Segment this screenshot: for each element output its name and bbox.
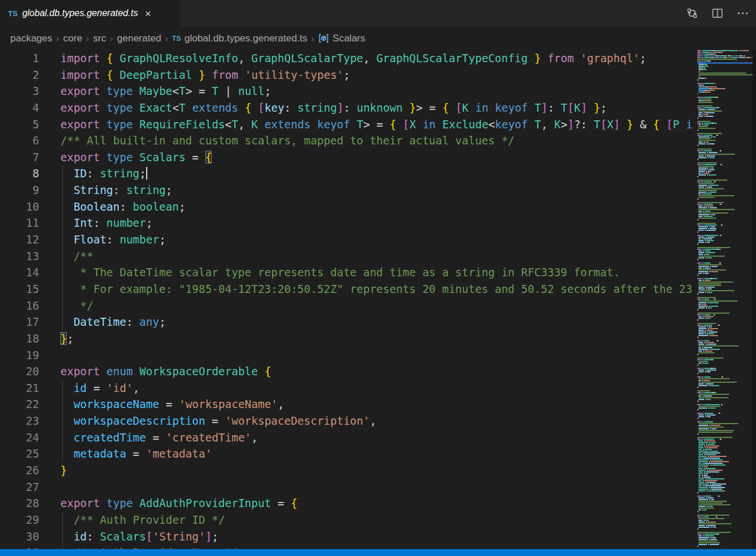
code-text: export type Scalars = { — [60, 149, 212, 166]
line-number: 17 — [0, 314, 39, 330]
code-text: Boolean: boolean; — [60, 199, 185, 215]
chevron-right-icon: › — [110, 33, 113, 43]
minimap[interactable] — [697, 50, 753, 549]
code-line[interactable]: 3export type Maybe<T> = T | null; — [0, 83, 693, 100]
code-line[interactable]: 27 — [0, 479, 693, 496]
code-line[interactable]: 18}; — [0, 330, 693, 347]
typescript-file-icon: TS — [172, 35, 181, 43]
code-text: id = 'id', — [60, 380, 139, 397]
code-text: export type Exact<T extends { [key: stri… — [60, 100, 607, 116]
code-line[interactable]: 28export type AddAuthProviderInput = { — [0, 495, 693, 512]
code-line[interactable]: 8 ID: string; — [0, 165, 693, 182]
code-text: id: Scalars['String']; — [60, 528, 219, 545]
breadcrumb-core[interactable]: core — [63, 33, 82, 44]
line-number: 15 — [0, 281, 39, 298]
code-line[interactable]: 26} — [0, 462, 693, 479]
chevron-right-icon: › — [56, 33, 59, 43]
line-number: 13 — [0, 248, 39, 265]
breadcrumb-src[interactable]: src — [93, 33, 106, 44]
code-text: metadata = 'metadata' — [60, 445, 212, 462]
code-line[interactable]: 25 metadata = 'metadata' — [0, 445, 693, 462]
code-text: workspaceDescription = 'workspaceDescrip… — [60, 413, 376, 429]
code-line[interactable]: 1import { GraphQLResolveInfo, GraphQLSca… — [0, 50, 693, 67]
line-number: 2 — [0, 67, 39, 83]
open-changes-icon[interactable] — [684, 5, 701, 22]
code-text: import { DeepPartial } from 'utility-typ… — [60, 67, 350, 83]
vscode-editor-window: TS global.db.types.generated.ts × — [0, 0, 756, 556]
breadcrumb-packages[interactable]: packages — [10, 33, 52, 44]
line-number: 28 — [0, 495, 39, 512]
code-text: }; — [60, 330, 74, 347]
code-line[interactable]: 22 workspaceName = 'workspaceName', — [0, 396, 693, 413]
line-number: 10 — [0, 199, 39, 215]
code-text: DateTime: any; — [60, 314, 166, 330]
line-number: 5 — [0, 116, 39, 133]
editor-right-gap — [693, 50, 697, 549]
line-number: 19 — [0, 347, 39, 364]
code-text: createdTime = 'createdTime', — [60, 429, 258, 446]
code-text: * The DateTime scalar type represents da… — [60, 264, 620, 281]
code-text: /** All built-in and custom scalars, map… — [60, 132, 514, 149]
line-number: 24 — [0, 429, 39, 446]
code-line[interactable]: 10 Boolean: boolean; — [0, 199, 693, 215]
tab-global-db-types[interactable]: TS global.db.types.generated.ts × — [0, 0, 180, 26]
line-number: 6 — [0, 132, 39, 149]
typescript-file-icon: TS — [8, 9, 18, 18]
code-line[interactable]: 6/** All built-in and custom scalars, ma… — [0, 132, 693, 149]
code-text: export type Maybe<T> = T | null; — [60, 83, 271, 100]
line-number: 7 — [0, 149, 39, 166]
editor-actions — [684, 0, 751, 26]
code-text: Int: number; — [60, 215, 152, 231]
split-editor-icon[interactable] — [709, 5, 726, 22]
code-line[interactable]: 11 Int: number; — [0, 215, 693, 231]
code-line[interactable]: 5export type RequireFields<T, K extends … — [0, 116, 693, 133]
breadcrumb-filename[interactable]: global.db.types.generated.ts — [184, 33, 307, 44]
code-line[interactable]: 23 workspaceDescription = 'workspaceDesc… — [0, 413, 693, 429]
line-number: 29 — [0, 512, 39, 528]
symbol-type-icon — [318, 33, 329, 43]
breadcrumb-symbol-scalars[interactable]: Scalars — [333, 33, 365, 44]
line-number: 14 — [0, 264, 39, 281]
code-line[interactable]: 17 DateTime: any; — [0, 314, 693, 330]
code-line[interactable]: 20export enum WorkspaceOrderable { — [0, 363, 693, 380]
code-text: } — [60, 462, 67, 479]
breadcrumb-generated[interactable]: generated — [117, 33, 162, 44]
code-line[interactable]: 21 id = 'id', — [0, 380, 693, 397]
scrollbar-track[interactable] — [753, 50, 756, 549]
code-line[interactable]: 13 /** — [0, 248, 693, 265]
line-number: 11 — [0, 215, 39, 231]
code-text: ID: string; — [60, 165, 147, 182]
code-text: Float: number; — [60, 231, 166, 248]
line-number: 16 — [0, 298, 39, 314]
code-line[interactable]: 4export type Exact<T extends { [key: str… — [0, 100, 693, 116]
line-number: 4 — [0, 100, 39, 116]
code-line[interactable]: 30 id: Scalars['String']; — [0, 528, 693, 545]
more-actions-icon[interactable] — [734, 5, 751, 22]
chevron-right-icon: › — [86, 33, 89, 43]
code-line[interactable]: 16 */ — [0, 298, 693, 314]
code-line[interactable]: 12 Float: number; — [0, 231, 693, 248]
chevron-right-icon: › — [311, 33, 314, 43]
code-editor[interactable]: 1import { GraphQLResolveInfo, GraphQLSca… — [0, 50, 693, 556]
code-line[interactable]: 15 * For example: "1985-04-12T23:20:50.5… — [0, 281, 693, 298]
line-number: 9 — [0, 182, 39, 199]
code-line[interactable]: 29 /** Auth Provider ID */ — [0, 512, 693, 528]
code-line[interactable]: 9 String: string; — [0, 182, 693, 199]
status-bar[interactable] — [0, 549, 756, 556]
line-number: 22 — [0, 396, 39, 413]
line-number: 23 — [0, 413, 39, 429]
line-number: 18 — [0, 330, 39, 347]
tab-bar: TS global.db.types.generated.ts × — [0, 0, 756, 26]
line-number: 12 — [0, 231, 39, 248]
line-number: 3 — [0, 83, 39, 100]
close-tab-icon[interactable]: × — [145, 8, 151, 19]
tab-label: global.db.types.generated.ts — [22, 8, 138, 18]
code-line[interactable]: 19 — [0, 347, 693, 364]
line-number: 26 — [0, 462, 39, 479]
code-text: */ — [60, 298, 93, 314]
code-line[interactable]: 7export type Scalars = { — [0, 149, 693, 166]
code-line[interactable]: 2import { DeepPartial } from 'utility-ty… — [0, 67, 693, 83]
code-text: export type RequireFields<T, K extends k… — [60, 116, 693, 133]
code-line[interactable]: 14 * The DateTime scalar type represents… — [0, 264, 693, 281]
code-line[interactable]: 24 createdTime = 'createdTime', — [0, 429, 693, 446]
